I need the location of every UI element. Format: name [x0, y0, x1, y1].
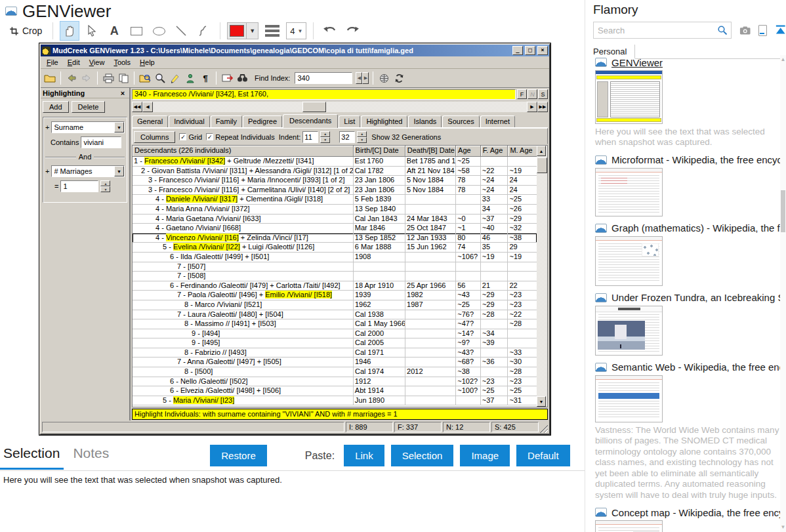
- snapshot-entry-header[interactable]: GENViewer: [595, 55, 780, 70]
- tab-sources[interactable]: Sources: [442, 115, 479, 127]
- scrollbar-track[interactable]: [153, 102, 527, 112]
- window-titlebar[interactable]: MudCreek GENViewer 1.23 - C:\Users\Miche…: [41, 45, 549, 56]
- freehand-tool-button[interactable]: [194, 21, 213, 41]
- snapshot-entry-header[interactable]: Under Frozen Tundra, an Icebreaking Ship…: [595, 291, 780, 305]
- col-death-date[interactable]: Death/[B] Date: [405, 146, 456, 157]
- col-birth-date[interactable]: Birth/[C] Date: [354, 146, 405, 157]
- delete-filter-button[interactable]: Delete: [72, 101, 106, 113]
- search-icon[interactable]: [717, 25, 728, 35]
- print-icon[interactable]: [102, 72, 115, 85]
- snapshot-entry-header[interactable]: Concept map - Wikipedia, the free encycl…: [595, 505, 780, 520]
- paste-image-button[interactable]: Image: [460, 445, 510, 466]
- table-row[interactable]: 4 - Vincenzo /Viviani/ [I16] + Zelinda /…: [133, 234, 537, 243]
- snapshot-thumbnail[interactable]: [595, 168, 663, 216]
- spin-right-icon[interactable]: ▶: [362, 72, 369, 84]
- col-age[interactable]: Age: [456, 146, 481, 157]
- table-row[interactable]: 9 - [I495]Cal 2005~9?~39: [133, 338, 537, 348]
- columns-button[interactable]: Columns: [134, 131, 175, 143]
- table-row[interactable]: 6 - Ferdinando /Galeotti/ [I479] + Carlo…: [133, 281, 537, 291]
- paste-link-button[interactable]: Link: [344, 445, 384, 466]
- page-icon[interactable]: [758, 25, 766, 36]
- add-filter-button[interactable]: Add: [43, 101, 69, 113]
- highlighter-icon[interactable]: [169, 72, 182, 85]
- spin-left-icon[interactable]: ◀: [356, 72, 362, 84]
- table-row[interactable]: 7 - Laura /Galeotti/ [I480] + [I504]Cal …: [133, 310, 537, 320]
- repeat-individuals-checkbox[interactable]: ✓ Repeat Individuals: [206, 133, 275, 141]
- snapshot-title[interactable]: Microformat - Wikipedia, the free encycl…: [611, 154, 780, 165]
- restore-button[interactable]: Restore: [210, 445, 267, 466]
- line-tool-button[interactable]: [171, 21, 191, 41]
- resize-grip-icon[interactable]: [540, 425, 548, 433]
- first-record-button[interactable]: ◀◀: [132, 102, 142, 112]
- text-tool-button[interactable]: A: [104, 21, 124, 41]
- nav-button-s[interactable]: S: [538, 89, 548, 99]
- table-row[interactable]: 4 - Daniele /Viviani/ [I317] + Clementin…: [133, 195, 537, 205]
- search-folder-icon[interactable]: [138, 72, 152, 85]
- table-row[interactable]: 5 - Maria /Viviani/ [I23]Jun 1890~37~31: [133, 396, 537, 406]
- col-mother-age[interactable]: M. Age: [508, 146, 537, 157]
- search-input[interactable]: [594, 26, 717, 35]
- menu-item-edit[interactable]: Edit: [63, 57, 85, 68]
- table-row[interactable]: 8 - Marco /Viviani/ [I521]19621987~25~29…: [133, 300, 537, 310]
- tab-family[interactable]: Family: [211, 115, 242, 127]
- snapshot-title[interactable]: Graph (mathematics) - Wikipedia, the fre…: [611, 222, 780, 234]
- marriages-input[interactable]: [60, 180, 98, 192]
- marriages-spinner[interactable]: ▲▼: [100, 180, 110, 192]
- col-descendants[interactable]: Descendants (226 individuals): [133, 146, 354, 157]
- scroll-down-icon[interactable]: ▼: [780, 524, 786, 531]
- snapshot-thumbnail[interactable]: [595, 236, 663, 286]
- table-row[interactable]: 9 - [I494]Cal 2000~14?~34: [133, 329, 537, 339]
- tab-islands[interactable]: Islands: [408, 115, 442, 127]
- grid-checkbox[interactable]: ✓ Grid: [179, 133, 202, 141]
- table-row[interactable]: 8 - Fabrizio // [I493]Cal 1971~43?~33: [133, 348, 537, 358]
- scroll-up-icon[interactable]: ▲: [537, 146, 546, 156]
- menu-item-help[interactable]: Help: [135, 57, 159, 68]
- tab-descendants[interactable]: Descendants: [283, 114, 338, 128]
- field1-select[interactable]: Surname ▼: [51, 121, 125, 133]
- minimize-button[interactable]: _: [512, 46, 523, 55]
- maximize-button[interactable]: □: [525, 46, 535, 55]
- pan-tool-button[interactable]: [60, 21, 79, 41]
- tab-internet[interactable]: Internet: [480, 115, 515, 127]
- snapshot-entry-header[interactable]: Semantic Web - Wikipedia, the free encyc…: [595, 360, 780, 375]
- back-icon[interactable]: [65, 72, 78, 85]
- snapshot-title[interactable]: GENViewer: [611, 57, 663, 68]
- web-phone-icon[interactable]: [377, 72, 390, 85]
- table-row[interactable]: 8 - Massimo // [I491] + [I503]Cal 1 May …: [133, 319, 537, 329]
- plus-label[interactable]: +: [45, 123, 49, 131]
- redo-button[interactable]: [342, 21, 362, 41]
- tab-pedigree[interactable]: Pedigree: [243, 115, 282, 127]
- crop-button[interactable]: Crop: [5, 21, 46, 41]
- copy-icon[interactable]: [117, 72, 130, 85]
- table-row[interactable]: 3 - Francesco /Viviani/ [I116] + Carmeli…: [133, 186, 537, 195]
- table-scrollbar[interactable]: ▲ ▼: [537, 146, 547, 407]
- search-box[interactable]: [593, 22, 732, 39]
- scroll-down-icon[interactable]: ▼: [537, 396, 546, 407]
- undo-button[interactable]: [320, 21, 340, 41]
- tab-notes[interactable]: Notes: [64, 441, 113, 470]
- indent-spinner[interactable]: ▲▼: [320, 131, 330, 143]
- table-row[interactable]: 4 - Gaetano /Viviani/ [I668]Mar 184625 O…: [133, 224, 537, 234]
- tab-list[interactable]: List: [339, 115, 360, 127]
- table-scrollbar-thumb[interactable]: [537, 157, 547, 173]
- table-row[interactable]: 7 - [I507]: [133, 262, 537, 272]
- tab-individual[interactable]: Individual: [169, 115, 209, 127]
- select-tool-button[interactable]: [82, 21, 102, 41]
- zoom-icon[interactable]: [154, 72, 167, 85]
- table-row[interactable]: 7 - Paola /Galeotti/ [I496] + Emilio /Vi…: [133, 291, 537, 300]
- current-individual-bar[interactable]: 340 - Francesco /Viviani/ [I342], Est 17…: [132, 89, 516, 100]
- generations-spinner[interactable]: ▲▼: [357, 131, 367, 143]
- pilcrow-icon[interactable]: ¶: [199, 72, 212, 85]
- generations-input[interactable]: 32: [339, 131, 355, 143]
- field2-select[interactable]: # Marriages ▼: [51, 165, 125, 177]
- snapshot-title[interactable]: Concept map - Wikipedia, the free encycl…: [611, 507, 780, 518]
- plus-label[interactable]: +: [45, 167, 49, 175]
- table-row[interactable]: 4 - Maria Gaetana /Viviani/ [I633]Cal Ja…: [133, 215, 537, 224]
- tab-selection[interactable]: Selection: [0, 441, 64, 470]
- individual-scrollbar[interactable]: ◀◀ ◀ ▶ ▶▶: [132, 101, 548, 112]
- rectangle-tool-button[interactable]: [127, 21, 146, 41]
- menu-item-view[interactable]: View: [85, 57, 110, 68]
- table-row[interactable]: 2 - Giovan Battista /Viviani/ [I311] + A…: [133, 167, 537, 176]
- table-row[interactable]: 7 - [I508]: [133, 272, 537, 281]
- paste-selection-button[interactable]: Selection: [391, 445, 454, 466]
